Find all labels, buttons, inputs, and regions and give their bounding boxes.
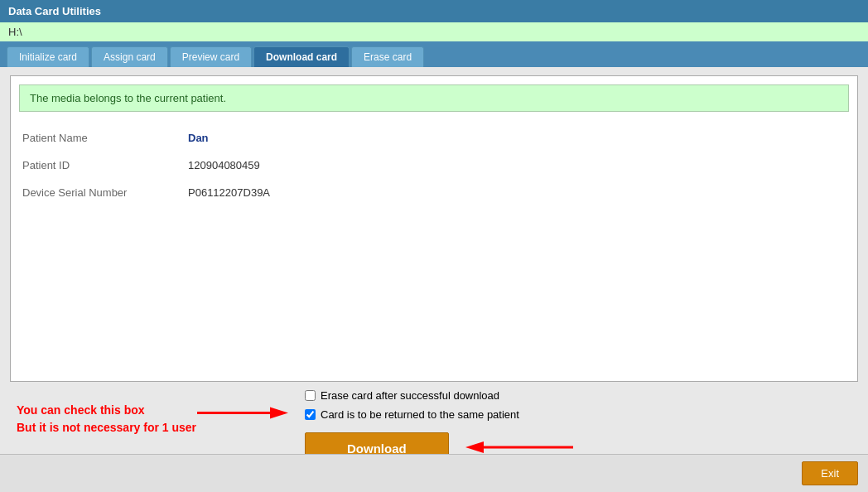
patient-info: Patient NameDanPatient ID120904080459Dev… <box>19 125 849 220</box>
return-checkbox-row: Card is to be returned to the same patie… <box>305 408 519 421</box>
svg-marker-1 <box>270 408 288 419</box>
tab-erase[interactable]: Erase card <box>351 46 424 67</box>
patient-field-value: P06112207D39A <box>188 186 270 199</box>
annotation-line1: You can check this box <box>17 402 196 419</box>
footer-bar: Exit <box>0 454 868 492</box>
annotation-line2: But it is not necessary for 1 user <box>17 419 196 437</box>
svg-marker-3 <box>465 441 484 453</box>
patient-info-row: Device Serial NumberP06112207D39A <box>22 186 846 199</box>
patient-info-row: Patient ID120904080459 <box>22 159 846 171</box>
patient-field-label: Patient ID <box>22 159 188 171</box>
title-bar: Data Card Utilities <box>0 0 868 22</box>
info-banner-text: The media belongs to the current patient… <box>30 92 226 104</box>
info-banner: The media belongs to the current patient… <box>19 84 849 112</box>
tab-bar: Initialize cardAssign cardPreview cardDo… <box>0 41 868 67</box>
patient-field-value: 120904080459 <box>188 159 260 171</box>
patient-info-row: Patient NameDan <box>22 132 846 144</box>
patient-field-value: Dan <box>188 132 209 144</box>
annotation-block: You can check this box But it is not nec… <box>17 402 196 437</box>
erase-label: Erase card after successful download <box>321 389 499 402</box>
tab-initialize[interactable]: Initialize card <box>7 46 89 67</box>
content-area: The media belongs to the current patient… <box>0 67 868 473</box>
patient-field-label: Patient Name <box>22 132 188 144</box>
right-options: Erase card after successful download Car… <box>305 389 573 465</box>
tab-download[interactable]: Download card <box>253 46 350 67</box>
app-title: Data Card Utilities <box>8 5 101 17</box>
tab-preview[interactable]: Preview card <box>170 46 252 67</box>
patient-field-label: Device Serial Number <box>22 186 188 199</box>
erase-checkbox[interactable] <box>305 390 316 401</box>
erase-checkbox-row: Erase card after successful download <box>305 389 499 402</box>
return-checkbox[interactable] <box>305 409 316 420</box>
current-path: H:\ <box>8 26 22 38</box>
inner-panel: The media belongs to the current patient… <box>10 75 858 382</box>
tab-assign[interactable]: Assign card <box>91 46 168 67</box>
arrow-to-return-checkbox <box>197 403 288 426</box>
bottom-section: You can check this box But it is not nec… <box>10 382 858 465</box>
exit-button[interactable]: Exit <box>802 461 858 485</box>
return-label: Card is to be returned to the same patie… <box>321 408 519 421</box>
path-bar: H:\ <box>0 22 868 41</box>
